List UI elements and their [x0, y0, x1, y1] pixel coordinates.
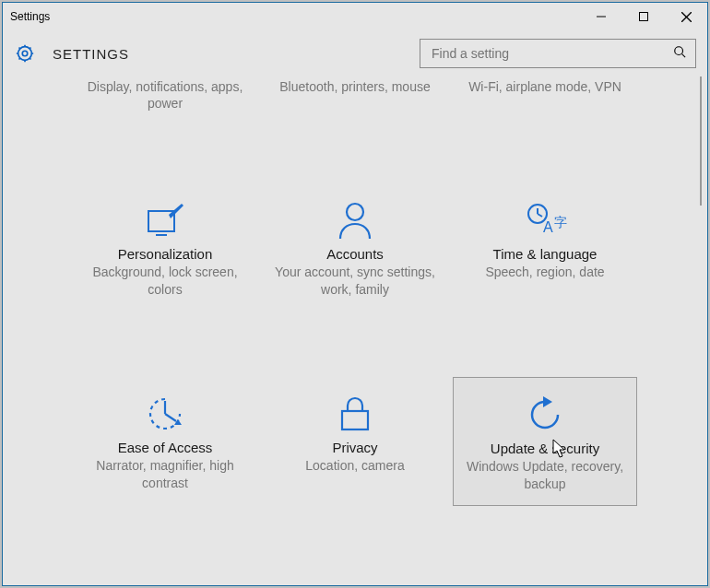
svg-text:字: 字: [554, 215, 567, 229]
tile-time-language[interactable]: A 字 Time & language Speech, region, date: [453, 183, 637, 312]
tile-desc: Bluetooth, printers, mouse: [268, 78, 442, 95]
search-icon: [673, 45, 686, 62]
svg-marker-18: [543, 396, 552, 407]
main-content: Display, notifications, apps, power Blue…: [3, 76, 707, 585]
svg-point-6: [675, 47, 683, 55]
tile-desc: Speech, region, date: [458, 264, 632, 280]
tile-desc: Background, lock screen, colors: [78, 264, 252, 297]
tile-desc: Your account, sync settings, work, famil…: [268, 264, 442, 297]
time-language-icon: A 字: [458, 196, 632, 244]
svg-point-4: [22, 51, 28, 56]
scrollbar[interactable]: [694, 76, 705, 585]
search-input[interactable]: [430, 45, 673, 62]
personalization-icon: [78, 196, 252, 244]
tile-system[interactable]: Display, notifications, apps, power: [73, 76, 257, 119]
tile-personalization[interactable]: Personalization Background, lock screen,…: [73, 183, 257, 312]
close-button[interactable]: [665, 3, 707, 30]
tile-desc: Location, camera: [268, 457, 442, 474]
tile-desc: Narrator, magnifier, high contrast: [78, 457, 252, 490]
svg-text:A: A: [543, 219, 553, 235]
header: SETTINGS: [3, 30, 707, 76]
tile-devices[interactable]: Bluetooth, printers, mouse: [263, 76, 447, 119]
settings-window: Settings SETTINGS: [2, 2, 708, 586]
tile-name: Accounts: [268, 246, 442, 262]
svg-rect-17: [342, 411, 368, 429]
tile-name: Privacy: [268, 440, 442, 455]
tile-desc: Wi-Fi, airplane mode, VPN: [458, 78, 632, 95]
minimize-button[interactable]: [580, 3, 622, 30]
tile-name: Personalization: [78, 246, 252, 262]
category-grid: Display, notifications, apps, power Blue…: [3, 76, 707, 534]
svg-point-10: [347, 204, 363, 220]
tile-name: Time & language: [458, 246, 632, 262]
window-title: Settings: [10, 10, 580, 23]
svg-line-7: [682, 54, 686, 58]
scrollbar-thumb[interactable]: [700, 76, 702, 206]
ease-of-access-icon: [78, 390, 252, 438]
maximize-button[interactable]: [622, 3, 665, 30]
svg-point-5: [18, 47, 32, 61]
tile-desc: Display, notifications, apps, power: [78, 78, 252, 112]
svg-line-13: [538, 214, 542, 217]
page-title: SETTINGS: [53, 46, 420, 62]
tile-desc: Windows Update, recovery, backup: [459, 458, 631, 491]
tile-privacy[interactable]: Privacy Location, camera: [263, 377, 447, 506]
tile-update-security[interactable]: Update & security Windows Update, recove…: [453, 377, 637, 506]
titlebar: Settings: [3, 3, 707, 30]
search-box[interactable]: [420, 39, 696, 68]
tile-accounts[interactable]: Accounts Your account, sync settings, wo…: [263, 183, 447, 312]
tile-network[interactable]: Wi-Fi, airplane mode, VPN: [453, 76, 637, 119]
privacy-icon: [268, 390, 442, 438]
gear-icon: [14, 42, 36, 65]
tile-ease-of-access[interactable]: Ease of Access Narrator, magnifier, high…: [73, 377, 257, 506]
accounts-icon: [268, 196, 442, 244]
tile-name: Ease of Access: [78, 440, 252, 455]
tile-name: Update & security: [459, 441, 631, 456]
update-security-icon: [459, 391, 631, 439]
svg-rect-1: [640, 13, 648, 21]
